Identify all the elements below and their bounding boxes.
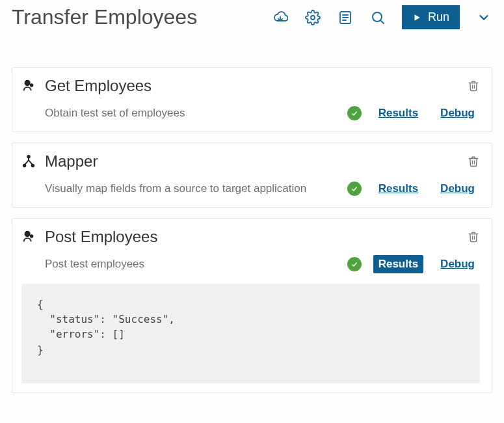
search-icon[interactable] <box>369 9 386 26</box>
header: Transfer Employees <box>12 0 492 41</box>
debug-link[interactable]: Debug <box>435 180 480 198</box>
results-link[interactable]: Results <box>373 180 423 198</box>
step-title: Post Employees <box>45 228 157 246</box>
results-link[interactable]: Results <box>373 104 423 122</box>
page-title: Transfer Employees <box>12 5 197 29</box>
status-success-icon <box>347 257 362 271</box>
toolbar: Run <box>272 5 492 29</box>
step-title: Mapper <box>45 152 98 171</box>
results-link[interactable]: Results <box>373 255 423 273</box>
svg-point-12 <box>25 231 31 237</box>
results-payload: { "status": "Success", "errors": [] } <box>21 284 480 383</box>
log-icon[interactable] <box>337 9 354 26</box>
svg-point-0 <box>311 16 315 20</box>
step-mapper: Mapper Visually map fields from a source… <box>12 143 492 208</box>
steps-list: Get Employees Obtain test set of employe… <box>12 67 492 393</box>
step-head-icon <box>21 79 36 93</box>
step-description: Obtain test set of employees <box>45 107 336 120</box>
delete-icon[interactable] <box>467 79 480 92</box>
svg-point-7 <box>25 80 31 86</box>
cloud-download-icon[interactable] <box>272 9 289 26</box>
step-description: Visually map fields from a source to tar… <box>45 182 336 195</box>
delete-icon[interactable] <box>467 230 480 243</box>
step-description: Post test employees <box>45 258 336 271</box>
status-success-icon <box>347 182 362 196</box>
debug-link[interactable]: Debug <box>435 255 480 273</box>
debug-link[interactable]: Debug <box>435 104 480 122</box>
step-title: Get Employees <box>45 77 152 95</box>
step-head-icon <box>21 230 36 244</box>
gear-icon[interactable] <box>304 9 321 26</box>
delete-icon[interactable] <box>467 155 480 168</box>
run-button[interactable]: Run <box>402 5 460 29</box>
svg-point-8 <box>30 83 34 87</box>
step-get-employees: Get Employees Obtain test set of employe… <box>12 67 492 132</box>
run-button-label: Run <box>428 10 449 24</box>
step-mapper-icon <box>21 154 36 169</box>
step-post-employees: Post Employees Post test employees Resul… <box>12 218 492 393</box>
status-success-icon <box>347 106 362 120</box>
chevron-down-icon[interactable] <box>475 9 492 26</box>
svg-point-13 <box>30 234 34 238</box>
svg-point-5 <box>373 12 382 21</box>
svg-line-6 <box>381 20 384 23</box>
